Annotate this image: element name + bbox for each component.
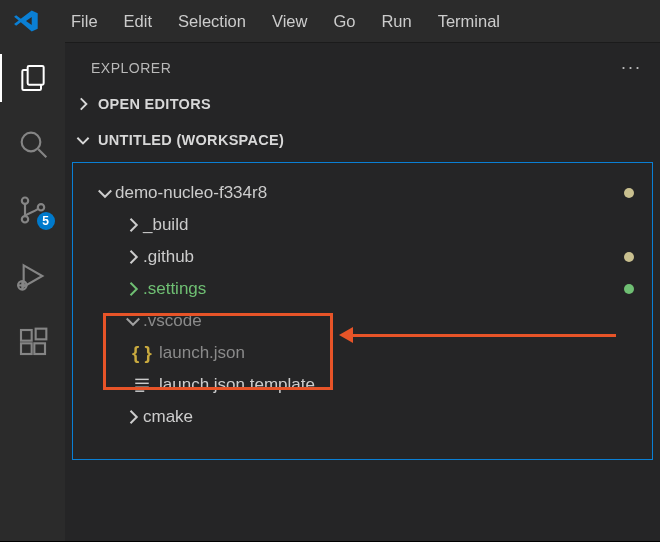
folder-label: cmake (143, 407, 642, 427)
svg-point-5 (37, 204, 43, 210)
tree-folder-github[interactable]: .github (73, 241, 652, 273)
scm-badge: 5 (37, 212, 55, 230)
svg-rect-12 (34, 343, 45, 354)
folder-label: _build (143, 215, 642, 235)
git-modified-dot-icon (624, 188, 634, 198)
folder-label: .github (143, 247, 642, 267)
workspace-section[interactable]: UNTITLED (WORKSPACE) (65, 124, 660, 156)
vscode-logo-icon (12, 7, 40, 35)
git-added-dot-icon (624, 284, 634, 294)
menu-terminal[interactable]: Terminal (425, 8, 513, 35)
chevron-right-icon (74, 95, 92, 113)
file-label: launch.json.template (159, 375, 642, 395)
folder-label: demo-nucleo-f334r8 (115, 183, 642, 203)
tree-file-launch-template[interactable]: launch.json.template (73, 369, 652, 401)
json-braces-icon: { } (131, 343, 153, 363)
chevron-down-icon (123, 311, 143, 331)
run-debug-icon[interactable] (15, 258, 51, 294)
svg-rect-10 (21, 330, 32, 341)
chevron-right-icon (123, 247, 143, 267)
source-control-icon[interactable]: 5 (15, 192, 51, 228)
menu-file[interactable]: File (58, 8, 111, 35)
tree-file-launch-json[interactable]: { } launch.json (73, 337, 652, 369)
chevron-right-icon (123, 407, 143, 427)
activity-bar: 5 (0, 42, 65, 542)
svg-line-2 (38, 149, 46, 157)
tree-folder-cmake[interactable]: cmake (73, 401, 652, 433)
tree-folder-build[interactable]: _build (73, 209, 652, 241)
menu-view[interactable]: View (259, 8, 320, 35)
menu-bar: File Edit Selection View Go Run Terminal (0, 0, 660, 42)
workspace-label: UNTITLED (WORKSPACE) (98, 132, 284, 148)
folder-label: .settings (143, 279, 642, 299)
svg-rect-11 (21, 343, 32, 354)
chevron-right-icon (123, 279, 143, 299)
svg-point-3 (21, 197, 27, 203)
file-lines-icon (131, 376, 153, 394)
explorer-title: EXPLORER (91, 60, 171, 76)
svg-point-4 (21, 216, 27, 222)
menu-selection[interactable]: Selection (165, 8, 259, 35)
tree-folder-settings[interactable]: .settings (73, 273, 652, 305)
open-editors-section[interactable]: OPEN EDITORS (65, 88, 660, 120)
folder-label: .vscode (143, 311, 642, 331)
svg-rect-0 (27, 66, 43, 85)
explorer-panel: EXPLORER ··· OPEN EDITORS UNTITLED (WORK… (65, 42, 660, 542)
svg-rect-13 (35, 329, 46, 340)
menu-run[interactable]: Run (368, 8, 424, 35)
svg-point-1 (21, 133, 40, 152)
file-label: launch.json (159, 343, 642, 363)
explorer-more-icon[interactable]: ··· (621, 57, 642, 78)
tree-folder-vscode[interactable]: .vscode (73, 305, 652, 337)
extensions-icon[interactable] (15, 324, 51, 360)
chevron-right-icon (123, 215, 143, 235)
chevron-down-icon (74, 131, 92, 149)
open-editors-label: OPEN EDITORS (98, 96, 211, 112)
git-modified-dot-icon (624, 252, 634, 262)
svg-text:{ }: { } (132, 343, 152, 363)
tree-folder-root[interactable]: demo-nucleo-f334r8 (73, 177, 652, 209)
chevron-down-icon (95, 183, 115, 203)
workspace-tree: demo-nucleo-f334r8 _build .github (72, 162, 653, 460)
explorer-icon[interactable] (15, 60, 51, 96)
search-icon[interactable] (15, 126, 51, 162)
menu-edit[interactable]: Edit (111, 8, 165, 35)
menu-go[interactable]: Go (320, 8, 368, 35)
